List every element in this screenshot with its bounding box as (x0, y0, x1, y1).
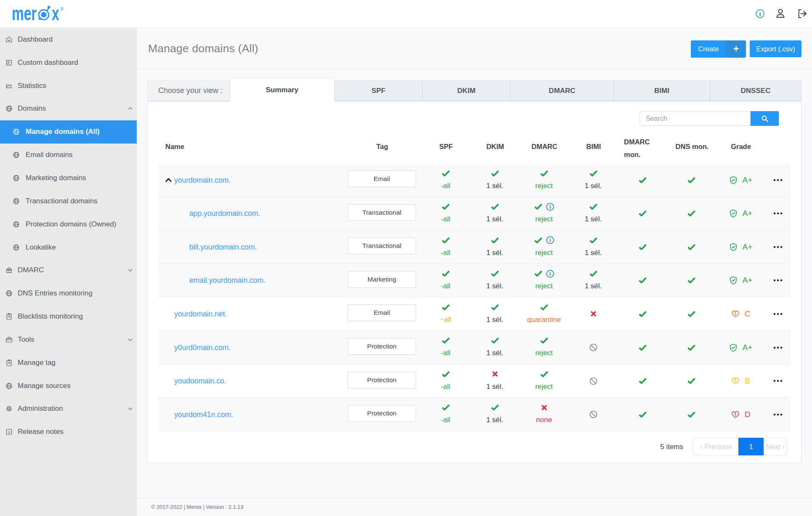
svg-text:i: i (759, 11, 761, 17)
svg-text:i: i (8, 430, 10, 434)
svg-text:i: i (549, 271, 551, 277)
svg-text:i: i (549, 237, 551, 243)
svg-text:i: i (549, 204, 551, 210)
